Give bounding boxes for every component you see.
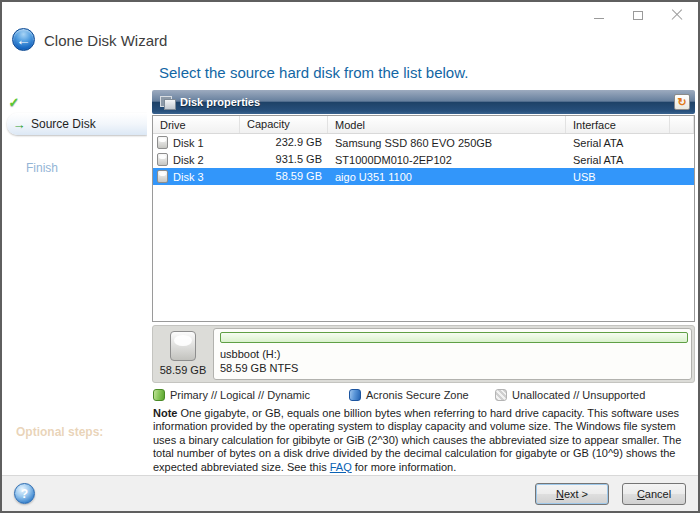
drive-interface: Serial ATA bbox=[566, 154, 670, 166]
close-button[interactable] bbox=[664, 6, 690, 24]
window-header: ← Clone Disk Wizard bbox=[2, 2, 698, 57]
help-button[interactable]: ? bbox=[14, 483, 35, 504]
drive-name: Disk 2 bbox=[173, 154, 204, 166]
legend-item-unallocated: Unallocated // Unsupported bbox=[495, 389, 645, 401]
check-icon: ✓ bbox=[2, 95, 26, 110]
faq-link[interactable]: FAQ bbox=[330, 461, 352, 473]
legend-item-primary: Primary // Logical // Dynamic bbox=[153, 389, 349, 401]
minimize-button[interactable] bbox=[586, 6, 612, 24]
disk-icon-large bbox=[170, 331, 196, 361]
table-row-disk-2[interactable]: Disk 2 931.5 GB ST1000DM010-2EP102 Seria… bbox=[153, 151, 694, 168]
help-icon: ? bbox=[21, 487, 28, 501]
optional-steps-header: Optional steps: bbox=[2, 425, 147, 439]
disk-icon bbox=[157, 136, 168, 149]
legend-item-secure-zone: Acronis Secure Zone bbox=[349, 389, 495, 401]
capacity-note: Note One gigabyte, or GB, equals one bil… bbox=[153, 407, 691, 474]
legend-label: Unallocated // Unsupported bbox=[512, 389, 645, 401]
secure-zone-swatch-icon bbox=[349, 389, 361, 401]
unallocated-swatch-icon bbox=[495, 389, 507, 401]
current-step-arrow-icon: → bbox=[7, 117, 31, 132]
partition-block-usbboot[interactable]: usbboot (H:) 58.59 GB NTFS bbox=[213, 328, 692, 380]
primary-swatch-icon bbox=[153, 389, 165, 401]
drive-model: ST1000DM010-2EP102 bbox=[328, 154, 566, 166]
partition-legend: Primary // Logical // Dynamic Acronis Se… bbox=[153, 389, 698, 401]
drive-capacity: 58.59 GB bbox=[240, 168, 328, 185]
refresh-icon: ↻ bbox=[677, 97, 686, 108]
disk-toolbar: Disk properties ↻ bbox=[152, 90, 695, 114]
table-row-disk-3-selected[interactable]: Disk 3 58.59 GB aigo U351 1100 USB bbox=[153, 168, 694, 185]
drive-name: Disk 1 bbox=[173, 137, 204, 149]
clone-disk-wizard-window: ← Clone Disk Wizard Required steps: ✓ Cl… bbox=[0, 0, 700, 513]
partition-size-filesystem: 58.59 GB NTFS bbox=[220, 361, 688, 375]
sidebar-item-label: Clone Mode bbox=[26, 95, 91, 109]
drive-model: aigo U351 1100 bbox=[328, 171, 566, 183]
disk-layout-panel: 58.59 GB usbboot (H:) 58.59 GB NTFS bbox=[152, 325, 695, 383]
required-steps-header: Required steps: bbox=[2, 57, 147, 79]
column-header-capacity[interactable]: Capacity bbox=[240, 116, 328, 133]
drive-name: Disk 3 bbox=[173, 171, 204, 183]
legend-label: Primary // Logical // Dynamic bbox=[170, 389, 310, 401]
table-header-row: Drive Capacity Model Interface bbox=[153, 116, 694, 134]
column-header-model[interactable]: Model bbox=[328, 116, 566, 133]
partition-volume-label: usbboot (H:) bbox=[220, 347, 688, 361]
drive-interface: Serial ATA bbox=[566, 137, 670, 149]
sidebar-item-source-disk[interactable]: → Source Disk bbox=[7, 113, 147, 135]
sidebar-item-label: Finish bbox=[26, 161, 58, 175]
cancel-button[interactable]: Cancel bbox=[622, 483, 686, 505]
legend-label: Acronis Secure Zone bbox=[366, 389, 469, 401]
page-heading: Select the source hard disk from the lis… bbox=[159, 64, 698, 81]
disk-properties-icon bbox=[160, 96, 174, 108]
sidebar-item-label: Destination Disk bbox=[26, 139, 113, 153]
footer-bar: ? Next > Cancel bbox=[2, 475, 698, 511]
disk-properties-button[interactable]: Disk properties bbox=[152, 90, 268, 114]
maximize-button[interactable] bbox=[625, 6, 651, 24]
back-button[interactable]: ← bbox=[12, 28, 35, 51]
column-header-drive[interactable]: Drive bbox=[153, 116, 240, 133]
drive-capacity: 232.9 GB bbox=[240, 134, 328, 151]
sidebar-item-label: Source Disk bbox=[31, 117, 96, 131]
disk-icon bbox=[157, 170, 168, 183]
next-button[interactable]: Next > bbox=[535, 483, 609, 505]
note-label: Note bbox=[153, 407, 177, 419]
drive-capacity: 931.5 GB bbox=[240, 151, 328, 168]
drive-model: Samsung SSD 860 EVO 250GB bbox=[328, 137, 566, 149]
disk-table: Drive Capacity Model Interface Disk 1 23… bbox=[152, 115, 695, 322]
partition-type-bar bbox=[220, 332, 688, 343]
column-header-interface[interactable]: Interface bbox=[566, 116, 670, 133]
window-controls bbox=[573, 6, 690, 24]
maximize-icon bbox=[633, 11, 643, 20]
sidebar-item-finish: Finish bbox=[2, 157, 147, 179]
steps-sidebar: Required steps: ✓ Clone Mode → Source Di… bbox=[2, 57, 147, 475]
drive-interface: USB bbox=[566, 171, 670, 183]
page-title: Clone Disk Wizard bbox=[44, 32, 167, 49]
sidebar-item-destination-disk[interactable]: Destination Disk bbox=[2, 135, 147, 157]
refresh-button[interactable]: ↻ bbox=[674, 94, 690, 110]
close-icon bbox=[671, 9, 683, 21]
sidebar-item-clone-mode[interactable]: ✓ Clone Mode bbox=[2, 91, 147, 113]
back-arrow-icon: ← bbox=[16, 32, 31, 47]
disk-properties-label: Disk properties bbox=[180, 96, 260, 108]
table-row-disk-1[interactable]: Disk 1 232.9 GB Samsung SSD 860 EVO 250G… bbox=[153, 134, 694, 151]
sidebar-item-what-to-exclude: What to exclude bbox=[2, 452, 147, 466]
disk-summary: 58.59 GB bbox=[153, 326, 213, 382]
main-content: Select the source hard disk from the lis… bbox=[149, 57, 698, 475]
minimize-icon bbox=[594, 18, 604, 19]
optional-steps-section: Optional steps: What to exclude bbox=[2, 425, 147, 466]
disk-icon bbox=[157, 153, 168, 166]
disk-total-capacity: 58.59 GB bbox=[160, 364, 206, 376]
